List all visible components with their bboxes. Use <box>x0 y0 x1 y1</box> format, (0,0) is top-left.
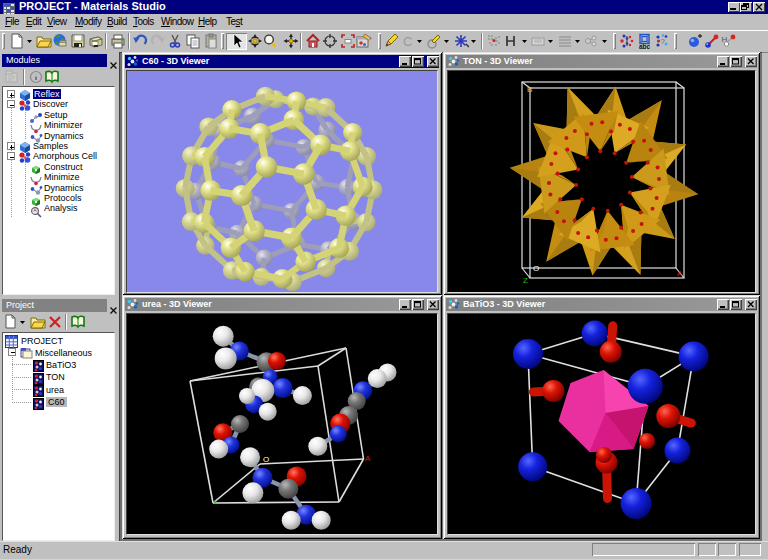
svg-text:B: B <box>527 85 532 94</box>
svg-text:?: ? <box>661 37 666 46</box>
svg-text:abc: abc <box>639 43 651 50</box>
svg-text:O: O <box>263 455 269 464</box>
svg-text:Z: Z <box>523 276 528 285</box>
svg-text:A: A <box>677 269 683 278</box>
svg-text:A: A <box>365 454 371 463</box>
svg-text:O: O <box>533 264 539 273</box>
svg-text:C: C <box>403 34 412 49</box>
